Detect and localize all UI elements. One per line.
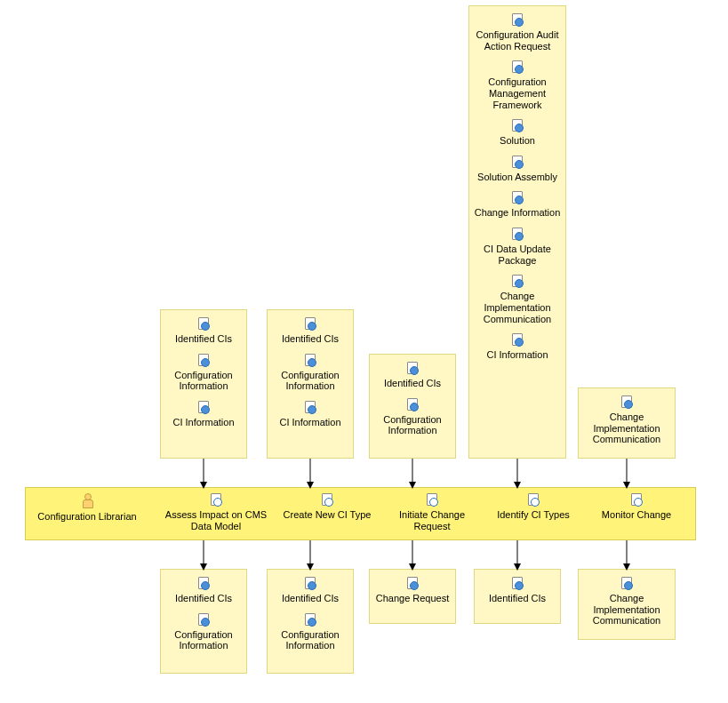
- artifact: Configuration Information: [163, 613, 244, 651]
- activity-label: Monitor Change: [584, 509, 689, 521]
- input-col1: Identified CIs Configuration Information…: [160, 309, 247, 459]
- artifact: Configuration Information: [269, 354, 351, 392]
- activity-initiate-change[interactable]: Initiate Change Request: [380, 493, 484, 531]
- artifact: Configuration Management Framework: [471, 60, 564, 110]
- arrow: [306, 540, 315, 572]
- input-col2: Identified CIs Configuration Information…: [267, 309, 354, 459]
- document-icon: [512, 60, 523, 73]
- arrow: [408, 540, 417, 572]
- document-icon: [512, 119, 523, 132]
- document-icon: [305, 577, 316, 589]
- document-icon: [512, 577, 523, 589]
- activity-icon: [631, 493, 642, 506]
- activity-label: Assess Impact on CMS Data Model: [164, 509, 268, 531]
- document-icon: [198, 401, 209, 413]
- document-icon: [407, 577, 418, 589]
- artifact: Solution: [471, 119, 564, 147]
- arrow: [306, 459, 315, 491]
- artifact: Identified CIs: [163, 577, 244, 604]
- artifact: Configuration Audit Action Request: [471, 13, 564, 52]
- document-icon: [198, 317, 209, 330]
- artifact: Change Implementation Communication: [471, 275, 564, 324]
- artifact: Identified CIs: [163, 317, 244, 345]
- artifact: Configuration Information: [269, 613, 351, 651]
- actor-icon: [81, 493, 93, 507]
- document-icon: [512, 13, 523, 26]
- activity-monitor-change[interactable]: Monitor Change: [584, 493, 689, 521]
- document-icon: [512, 191, 523, 204]
- artifact: Identified CIs: [476, 577, 558, 604]
- arrow: [622, 540, 631, 572]
- artifact: CI Data Update Package: [471, 228, 564, 266]
- artifact: Change Information: [471, 191, 564, 219]
- artifact: Identified CIs: [269, 577, 351, 604]
- document-icon: [407, 362, 418, 374]
- activity-label: Identify CI Types: [481, 509, 586, 521]
- document-icon: [305, 613, 316, 626]
- artifact: Configuration Information: [372, 398, 453, 436]
- artifact: CI Information: [269, 401, 351, 428]
- activity-create-ci-type[interactable]: Create New CI Type: [275, 493, 380, 521]
- actor-label: Configuration Librarian: [29, 511, 145, 523]
- document-icon: [198, 613, 209, 626]
- document-icon: [621, 577, 632, 589]
- arrow: [513, 540, 522, 572]
- arrow: [622, 459, 631, 491]
- artifact: Identified CIs: [269, 317, 351, 345]
- document-icon: [621, 395, 632, 408]
- document-icon: [305, 354, 316, 366]
- document-icon: [512, 275, 523, 287]
- activity-icon: [427, 493, 437, 506]
- artifact: Identified CIs: [372, 362, 453, 389]
- document-icon: [305, 401, 316, 413]
- output-col2: Identified CIs Configuration Information: [267, 569, 354, 674]
- document-icon: [305, 317, 316, 330]
- activity-icon: [528, 493, 539, 506]
- document-icon: [512, 333, 523, 346]
- activity-label: Create New CI Type: [275, 509, 380, 521]
- artifact: Solution Assembly: [471, 156, 564, 183]
- document-icon: [512, 156, 523, 168]
- output-col1: Identified CIs Configuration Information: [160, 569, 247, 674]
- artifact: Change Implementation Communication: [580, 395, 673, 445]
- activity-label: Initiate Change Request: [380, 509, 484, 531]
- artifact: Configuration Information: [163, 354, 244, 392]
- document-icon: [407, 398, 418, 411]
- artifact: CI Information: [471, 333, 564, 361]
- document-icon: [198, 354, 209, 366]
- document-icon: [512, 228, 523, 240]
- arrow: [408, 459, 417, 491]
- arrow: [199, 540, 208, 572]
- arrow: [199, 459, 208, 491]
- actor-cell: Configuration Librarian: [29, 493, 145, 523]
- input-col5: Change Implementation Communication: [578, 387, 676, 459]
- activity-identify-ci-types[interactable]: Identify CI Types: [481, 493, 586, 521]
- document-icon: [198, 577, 209, 589]
- output-col3: Change Request: [369, 569, 456, 624]
- artifact: CI Information: [163, 401, 244, 428]
- input-col4: Configuration Audit Action Request Confi…: [468, 5, 566, 459]
- arrow: [513, 459, 522, 491]
- swimlane: Configuration Librarian Assess Impact on…: [25, 487, 696, 540]
- activity-icon: [211, 493, 221, 506]
- activity-icon: [322, 493, 332, 506]
- input-col3: Identified CIs Configuration Information: [369, 354, 456, 459]
- artifact: Change Implementation Communication: [580, 577, 673, 627]
- output-col4: Identified CIs: [474, 569, 561, 624]
- artifact: Change Request: [372, 577, 453, 604]
- output-col5: Change Implementation Communication: [578, 569, 676, 640]
- activity-assess[interactable]: Assess Impact on CMS Data Model: [164, 493, 268, 531]
